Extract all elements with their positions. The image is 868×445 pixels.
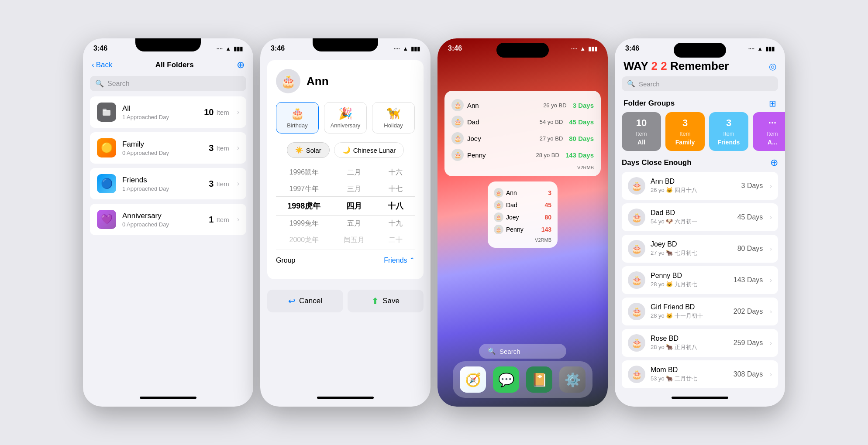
day-item-girlfriend[interactable]: 🎂 Girl Friend BD 28 yo 🐱 十一月初十 202 Days … (622, 298, 778, 325)
contact-avatar: 🎂 (276, 69, 300, 93)
folder-item-friends[interactable]: 🔵 Friends 1 Approached Day 3 Item › (90, 168, 246, 199)
back-button[interactable]: ‹ Back (92, 61, 112, 69)
nav-title-1: All Folders (155, 61, 194, 69)
folder-count-num-family: 3 (209, 143, 214, 153)
svg-rect-1 (103, 109, 107, 111)
widget-container: 🎂 Ann 26 yo BD 3 Days 🎂 Dad 54 yo BD 45 … (444, 91, 601, 248)
rose-day-sub: 28 yo 🐂 正月初八 (651, 343, 728, 351)
save-button[interactable]: ⬆ Save (348, 290, 424, 312)
ws-joey-avatar: 🎂 (494, 212, 503, 222)
search-pill[interactable]: 🔍 Search (479, 344, 566, 359)
app-way: WAY (623, 59, 648, 72)
joplin-icon[interactable]: 📔 (526, 366, 552, 393)
lunar-icon: 🌙 (342, 146, 351, 154)
folder-count-anniversary: 1 Item (209, 215, 229, 225)
type-birthday[interactable]: 🎂 Birthday (276, 102, 319, 134)
folder-item-anniversary[interactable]: 💜 Anniversary 0 Approached Day 1 Item › (90, 204, 246, 235)
signal-icon-4: ···· (748, 45, 754, 52)
rose-day-days: 259 Days (734, 339, 763, 347)
group-value[interactable]: Friends ⌃ (384, 256, 415, 264)
dad-day-avatar: 🎂 (628, 209, 645, 226)
penny-name: Penny (467, 151, 532, 159)
ws-row-dad: 🎂 Dad 45 (494, 199, 551, 211)
day-item-dad[interactable]: 🎂 Dad BD 54 yo 🐶 六月初一 45 Days › (622, 203, 778, 231)
ws-row-ann: 🎂 Ann 3 (494, 187, 551, 199)
ann-day-info: Ann BD 26 yo 🐱 四月十八 (651, 178, 736, 194)
folder-groups-icon[interactable]: ⊞ (769, 98, 776, 109)
type-anniversary[interactable]: 🎉 Anniversary (324, 102, 367, 134)
chip-family-count: 3 (682, 117, 688, 129)
chip-friends[interactable]: 3 Item Friends (709, 112, 748, 151)
day-item-mom[interactable]: 🎂 Mom BD 53 yo 🐂 二月廿七 308 Days › (622, 360, 778, 388)
save-label: Save (382, 297, 400, 305)
lunar-picker[interactable]: 1995猪年 1996鼠年 1997牛年 1998虎年 1999兔年 2000龙… (276, 167, 415, 245)
days-add-button[interactable]: ⊕ (770, 157, 778, 168)
ws-ann-days: 3 (548, 189, 551, 196)
day-item-rose[interactable]: 🎂 Rose BD 28 yo 🐂 正月初八 259 Days › (622, 329, 778, 357)
battery-icon-4: ▮▮▮ (765, 45, 775, 52)
folder-chevron-family: › (237, 144, 239, 152)
widget-watermark-large: V2RMB (451, 165, 594, 170)
mom-day-days: 308 Days (734, 370, 763, 378)
settings-gear-icon[interactable]: ◎ (769, 61, 776, 72)
lunar-button[interactable]: 🌙 Chinese Lunar (334, 142, 404, 158)
chip-all-name: All (637, 139, 645, 146)
add-folder-button[interactable]: ⊕ (237, 59, 245, 71)
dad-day-name: Dad BD (651, 209, 732, 217)
ws-ann-name: Ann (506, 189, 517, 196)
day-item-ann[interactable]: 🎂 Ann BD 26 yo 🐱 四月十八 3 Days › (622, 172, 778, 200)
gf-day-days: 202 Days (734, 308, 763, 315)
ann-day-days: 3 Days (741, 182, 763, 190)
anniversary-icon: 🎉 (338, 107, 352, 120)
joey-info: 27 yo BD (540, 135, 563, 142)
chip-extra[interactable]: ··· Item A... (753, 112, 785, 151)
search-bar-4[interactable]: 🔍 Search (622, 76, 778, 91)
day-item-joey[interactable]: 🎂 Joey BD 27 yo 🐂 七月初七 80 Days › (622, 235, 778, 263)
dock: 🧭 💬 📔 ⚙️ (453, 361, 592, 398)
folder-sub-anniversary: 0 Approached Day (122, 221, 203, 228)
day-item-penny[interactable]: 🎂 Penny BD 28 yo 🐱 九月初七 143 Days › (622, 266, 778, 294)
day-19: 十九 (384, 216, 407, 231)
birthday-icon: 🎂 (290, 107, 304, 120)
year-1998: 1998虎年 (283, 198, 325, 215)
chip-family[interactable]: 3 Item Family (665, 112, 705, 151)
widget-row-joey: 🎂 Joey 27 yo BD 80 Days (451, 130, 594, 147)
contact-header: 🎂 Ann (276, 69, 415, 93)
folder-chevron-all: › (237, 108, 239, 116)
search-icon-4: 🔍 (627, 80, 635, 88)
solar-button[interactable]: ☀️ Solar (287, 142, 330, 158)
messages-icon[interactable]: 💬 (493, 366, 519, 393)
ann-day-avatar: 🎂 (628, 177, 645, 195)
battery-icon-2: ▮▮▮ (411, 45, 420, 52)
penny-day-info: Penny BD 28 yo 🐱 九月初七 (651, 272, 728, 288)
battery-icon-3: ▮▮▮ (588, 45, 597, 52)
folder-item-family[interactable]: 🟡 Family 0 Approached Day 3 Item › (90, 132, 246, 164)
ws-row-joey: 🎂 Joey 80 (494, 211, 551, 223)
day-17: 十七 (384, 181, 407, 197)
chip-all[interactable]: 10 Item All (622, 112, 661, 151)
type-holiday[interactable]: 🦮 Holiday (372, 102, 415, 134)
folder-icon-all (97, 103, 116, 122)
search-icon-3: 🔍 (488, 347, 496, 355)
search-bar-1[interactable]: 🔍 Search (90, 76, 246, 91)
signal-icon-2: ···· (394, 45, 400, 52)
folder-chevron-friends: › (237, 180, 239, 188)
dad-info: 54 yo BD (540, 119, 563, 125)
cancel-button[interactable]: ↩ Cancel (267, 290, 343, 312)
group-label: Group (276, 257, 295, 264)
folder-sub-all: 1 Approached Day (122, 114, 198, 120)
joey-day-info: Joey BD 27 yo 🐂 七月初七 (651, 240, 732, 257)
safari-icon[interactable]: 🧭 (460, 366, 486, 393)
phone-4: 3:46 ···· ▲ ▮▮▮ WAY 2 2 Remember ◎ 🔍 Sea… (615, 38, 785, 407)
ann-days: 3 Days (573, 102, 594, 109)
day-16: 十六 (384, 167, 407, 180)
folder-item-all[interactable]: All 1 Approached Day 10 Item › (90, 96, 246, 128)
settings-icon[interactable]: ⚙️ (559, 366, 586, 393)
folder-count-unit-friends: Item (216, 180, 229, 188)
action-buttons: ↩ Cancel ⬆ Save (260, 284, 431, 318)
chip-family-name: Family (675, 139, 695, 146)
folder-name-friends: Friends (122, 176, 203, 185)
folder-info-anniversary: Anniversary 0 Approached Day (122, 212, 203, 228)
wifi-icon: ▲ (225, 45, 231, 52)
cal-toggle: ☀️ Solar 🌙 Chinese Lunar (276, 142, 415, 158)
